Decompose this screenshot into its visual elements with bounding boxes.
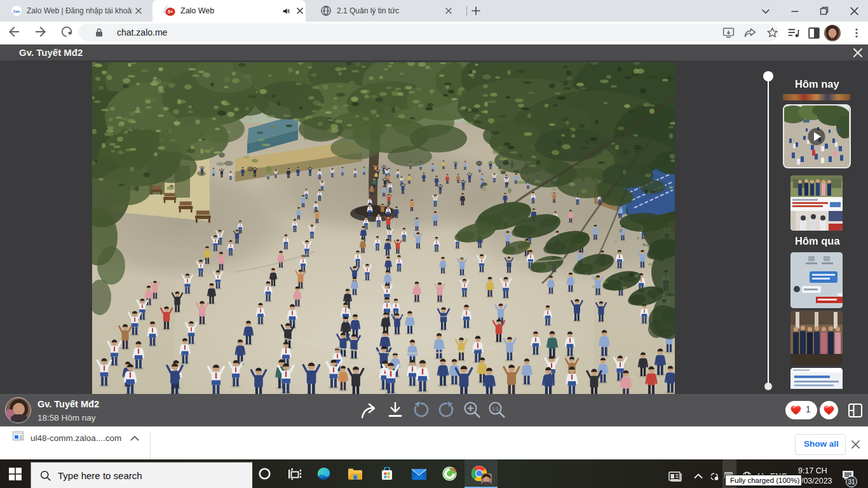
svg-text:Zalo: Zalo xyxy=(13,10,20,13)
svg-text:5+: 5+ xyxy=(168,10,173,14)
svg-text:1:1: 1:1 xyxy=(492,406,498,412)
